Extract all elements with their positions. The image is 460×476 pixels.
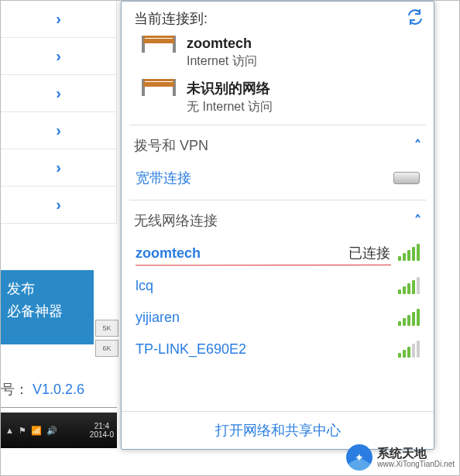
thumb-item[interactable]: 5K: [95, 320, 118, 337]
wifi-item-tplink[interactable]: TP-LINK_E690E2: [122, 334, 434, 365]
left-list-item[interactable]: ›: [1, 1, 117, 38]
version-number: V1.0.2.6: [33, 382, 84, 397]
broadband-row[interactable]: 宽带连接: [122, 161, 434, 195]
taskbar-clock[interactable]: 21:4 2014-0: [90, 422, 117, 439]
taskbar[interactable]: ▲ ⚑ 📶 🔊 21:4 2014-0: [1, 413, 117, 448]
signal-icon: [398, 279, 420, 294]
tray-volume-icon[interactable]: 🔊: [46, 426, 57, 436]
chevron-right-icon: ›: [56, 159, 61, 176]
version-prefix: 号：: [1, 382, 29, 397]
connection-name: zoomtech: [187, 36, 257, 52]
promo-block: 发布 必备神器: [1, 270, 94, 344]
left-list-item[interactable]: ›: [1, 38, 117, 75]
tray-icons: ▲ ⚑ 📶 🔊: [5, 426, 57, 436]
chevron-up-icon: ˄: [414, 212, 421, 229]
left-list-item[interactable]: ›: [1, 112, 117, 149]
current-connection: 未识别的网络 无 Internet 访问: [122, 74, 434, 120]
chevron-right-icon: ›: [56, 47, 61, 65]
wifi-name: TP-LINK_E690E2: [136, 341, 246, 358]
divider: [129, 125, 426, 125]
annotation-underline: [136, 265, 391, 266]
connection-status: Internet 访问: [187, 53, 257, 70]
signal-icon: [398, 310, 420, 326]
signal-icon: [398, 245, 420, 261]
wifi-name: yijiaren: [136, 310, 180, 326]
connection-name: 未识别的网络: [187, 79, 273, 98]
connection-text: zoomtech Internet 访问: [187, 36, 257, 70]
flyout-header: 当前连接到:: [122, 2, 434, 31]
promo-line2: 必备神器: [7, 300, 88, 323]
left-list-item[interactable]: ›: [1, 187, 117, 224]
wifi-item-lcq[interactable]: lcq: [122, 270, 434, 302]
network-flyout: 当前连接到: zoomtech Internet 访问 未识别的网络 无 Int…: [121, 1, 434, 450]
broadband-label: 宽带连接: [136, 169, 191, 187]
tray-flag-icon[interactable]: ⚑: [19, 426, 26, 436]
modem-icon: [393, 172, 420, 184]
dial-vpn-section[interactable]: 拨号和 VPN ˄: [122, 130, 434, 161]
current-connection: zoomtech Internet 访问: [122, 31, 434, 74]
connection-text: 未识别的网络 无 Internet 访问: [187, 79, 273, 115]
bench-icon: [142, 36, 176, 57]
side-thumbnails: 5K 6K: [95, 320, 118, 360]
chevron-right-icon: ›: [56, 122, 61, 139]
separator: [1, 407, 117, 408]
signal-icon: [398, 342, 420, 358]
connection-status: 无 Internet 访问: [187, 99, 273, 115]
wifi-item-yijiaren[interactable]: yijiaren: [122, 302, 434, 334]
thumb-item[interactable]: 6K: [95, 340, 118, 357]
chevron-right-icon: ›: [56, 196, 61, 214]
promo-line1: 发布: [7, 278, 88, 300]
chevron-up-icon: ˄: [414, 137, 421, 154]
left-background-panel: › › › › › ›: [1, 1, 117, 476]
wifi-name: lcq: [136, 278, 153, 294]
watermark: ✦ 系统天地 www.XiTongTianDi.net: [346, 444, 455, 471]
tray-network-icon[interactable]: 📶: [31, 426, 42, 436]
section-label: 拨号和 VPN: [134, 136, 208, 155]
refresh-icon[interactable]: [406, 8, 424, 26]
flyout-title: 当前连接到:: [134, 11, 208, 26]
wifi-name: zoomtech: [136, 245, 201, 262]
wifi-status: 已连接: [348, 244, 390, 262]
chevron-right-icon: ›: [56, 84, 61, 102]
version-row: 号： V1.0.2.6: [1, 380, 84, 399]
clock-time: 21:4: [90, 422, 114, 430]
wifi-item-zoomtech[interactable]: zoomtech 已连接: [122, 236, 434, 270]
open-network-center-link[interactable]: 打开网络和共享中心: [215, 423, 341, 438]
chevron-right-icon: ›: [56, 10, 61, 28]
clock-date: 2014-0: [90, 430, 114, 439]
tray-up-icon[interactable]: ▲: [5, 426, 14, 436]
flyout-footer: 打开网络和共享中心: [122, 411, 434, 449]
wifi-section[interactable]: 无线网络连接 ˄: [122, 205, 434, 236]
watermark-url: www.XiTongTianDi.net: [377, 460, 455, 468]
bench-icon: [142, 79, 176, 101]
left-list-item[interactable]: ›: [1, 149, 117, 187]
divider: [129, 200, 426, 200]
watermark-logo-icon: ✦: [346, 444, 372, 471]
watermark-text: 系统天地 www.XiTongTianDi.net: [377, 447, 455, 469]
left-list-item[interactable]: ›: [1, 75, 117, 112]
section-label: 无线网络连接: [134, 211, 218, 230]
watermark-title: 系统天地: [377, 447, 455, 461]
